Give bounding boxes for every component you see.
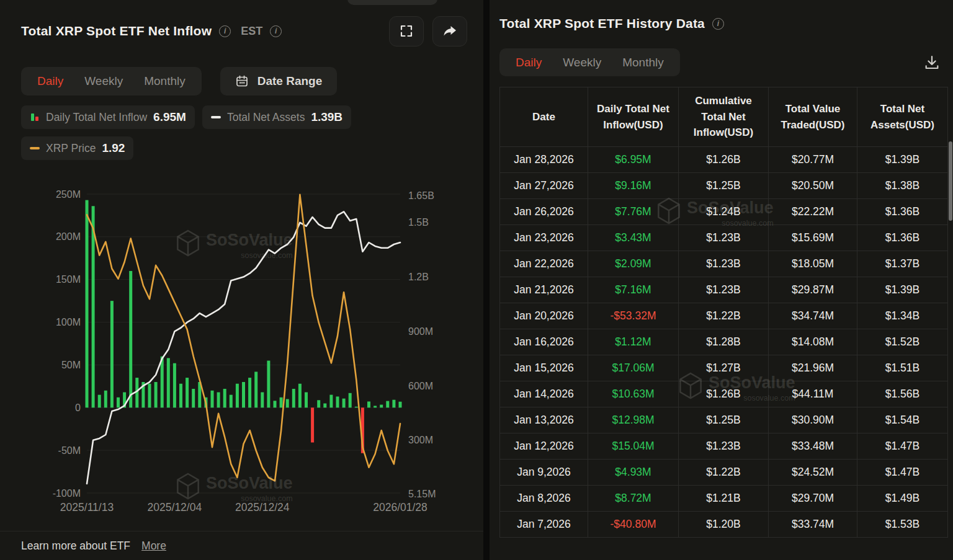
inflow-bar bbox=[173, 363, 176, 408]
cell-date: Jan 7,2026 bbox=[500, 512, 588, 538]
scrollbar-thumb[interactable] bbox=[949, 141, 952, 221]
cell-net-assets: $1.36B bbox=[857, 225, 948, 251]
cell-net-assets: $1.39B bbox=[857, 147, 948, 173]
right-axis-tick: 300M bbox=[408, 435, 433, 445]
etf-footer: Learn more about ETF More bbox=[0, 531, 483, 560]
cell-date: Jan 28,2026 bbox=[500, 147, 588, 173]
cell-value-traded: $30.90M bbox=[769, 407, 857, 433]
inflow-bar bbox=[292, 389, 295, 407]
share-icon bbox=[442, 24, 458, 38]
cell-value-traded: $44.11M bbox=[769, 381, 857, 407]
legend-daily-net-inflow[interactable]: Daily Total Net Inflow 6.95M bbox=[21, 105, 195, 129]
cell-net-assets: $1.36B bbox=[857, 199, 948, 225]
cell-value-traded: $33.74M bbox=[769, 512, 857, 538]
inflow-bar bbox=[349, 393, 352, 407]
inflow-bar bbox=[399, 402, 402, 408]
legend-label: Daily Total Net Inflow bbox=[46, 111, 147, 124]
legend-value: 1.92 bbox=[102, 141, 125, 155]
tab-weekly[interactable]: Weekly bbox=[563, 56, 601, 69]
tab-weekly[interactable]: Weekly bbox=[84, 74, 123, 88]
cell-value-traded: $18.05M bbox=[769, 251, 857, 277]
cell-cumulative-inflow: $1.24B bbox=[679, 199, 769, 225]
cell-daily-inflow: -$53.32M bbox=[588, 303, 679, 329]
download-button[interactable] bbox=[921, 51, 943, 74]
est-info-icon[interactable]: i bbox=[270, 25, 282, 37]
footer-text: Learn more about ETF bbox=[21, 540, 130, 553]
cell-net-assets: $1.51B bbox=[857, 355, 948, 381]
tab-monthly[interactable]: Monthly bbox=[144, 74, 186, 88]
cell-value-traded: $20.50M bbox=[769, 173, 857, 199]
offscreen-button-fragment bbox=[347, 0, 437, 5]
legend-total-net-assets[interactable]: Total Net Assets 1.39B bbox=[202, 105, 351, 129]
cell-daily-inflow: $17.06M bbox=[588, 355, 679, 381]
cell-net-assets: $1.54B bbox=[857, 407, 948, 433]
right-axis-tick: 1.5B bbox=[408, 217, 429, 228]
table-row: Jan 13,2026$12.98M$1.25B$30.90M$1.54B bbox=[500, 407, 948, 433]
inflow-bar bbox=[336, 396, 339, 407]
inflow-bar bbox=[367, 401, 370, 407]
inflow-bar bbox=[192, 389, 195, 407]
table-row: Jan 22,2026$2.09M$1.23B$18.05M$1.37B bbox=[500, 251, 948, 277]
legend-label: XRP Price bbox=[46, 142, 96, 155]
legend-value: 1.39B bbox=[311, 110, 342, 124]
left-axis-tick: 150M bbox=[56, 274, 81, 285]
cell-cumulative-inflow: $1.26B bbox=[679, 381, 769, 407]
inflow-bar bbox=[267, 361, 270, 408]
inflow-bar bbox=[154, 382, 158, 407]
cell-cumulative-inflow: $1.20B bbox=[679, 512, 769, 538]
table-row: Jan 20,2026-$53.32M$1.22B$34.74M$1.34B bbox=[500, 303, 948, 329]
share-button[interactable] bbox=[432, 16, 467, 47]
inflow-bar bbox=[161, 357, 164, 408]
history-data-panel: Total XRP Spot ETF History Data i Daily … bbox=[490, 0, 953, 560]
inflow-bar bbox=[274, 401, 277, 407]
table-row: Jan 21,2026$7.16M$1.23B$29.87M$1.39B bbox=[500, 277, 948, 303]
inflow-bar bbox=[148, 384, 151, 408]
right-axis-tick: 600M bbox=[408, 381, 433, 391]
inflow-bar bbox=[86, 200, 89, 408]
right-axis-tick: 1.65B bbox=[408, 190, 434, 201]
inflow-bar bbox=[374, 406, 377, 407]
cell-date: Jan 12,2026 bbox=[500, 433, 588, 460]
left-axis-tick: 0 bbox=[75, 402, 81, 413]
cell-daily-inflow: $10.63M bbox=[588, 381, 679, 407]
tab-daily[interactable]: Daily bbox=[516, 56, 542, 69]
table-header-row: Date Daily Total Net Inflow(USD) Cumulat… bbox=[500, 87, 948, 147]
cell-value-traded: $24.52M bbox=[769, 460, 857, 486]
tab-monthly[interactable]: Monthly bbox=[622, 56, 664, 69]
net-inflow-chart[interactable]: 250M200M150M100M50M0-50M-100M1.65B1.5B1.… bbox=[0, 179, 483, 518]
period-tabs: Daily Weekly Monthly bbox=[21, 67, 202, 96]
fullscreen-button[interactable] bbox=[389, 16, 424, 47]
left-panel-header: Total XRP Spot ETF Net Inflow i EST i bbox=[21, 15, 467, 47]
inflow-bar bbox=[110, 301, 114, 407]
inflow-bar bbox=[186, 378, 189, 407]
tab-daily[interactable]: Daily bbox=[37, 74, 63, 88]
cell-date: Jan 15,2026 bbox=[500, 355, 588, 381]
x-axis-tick: 2025/12/24 bbox=[235, 501, 290, 513]
left-axis-tick: 250M bbox=[56, 189, 81, 200]
history-info-icon[interactable]: i bbox=[712, 18, 724, 30]
history-period-tabs: Daily Weekly Monthly bbox=[499, 48, 680, 76]
date-range-button[interactable]: Date Range bbox=[220, 67, 338, 96]
inflow-bar bbox=[311, 407, 314, 442]
inflow-bar bbox=[242, 382, 245, 407]
x-axis-tick: 2026/01/28 bbox=[373, 501, 427, 513]
cell-net-assets: $1.39B bbox=[857, 277, 948, 303]
inflow-bar bbox=[317, 400, 320, 407]
legend-xrp-price[interactable]: XRP Price 1.92 bbox=[21, 136, 133, 160]
info-icon[interactable]: i bbox=[219, 25, 231, 37]
cell-daily-inflow: $8.72M bbox=[588, 486, 679, 512]
est-label: EST bbox=[241, 25, 262, 38]
cell-net-assets: $1.52B bbox=[857, 329, 948, 355]
cell-value-traded: $22.22M bbox=[769, 199, 857, 225]
cell-cumulative-inflow: $1.23B bbox=[679, 251, 769, 277]
cell-net-assets: $1.47B bbox=[857, 460, 948, 486]
cell-value-traded: $21.96M bbox=[769, 355, 857, 381]
cell-value-traded: $29.87M bbox=[769, 277, 857, 303]
inflow-bar bbox=[223, 389, 226, 407]
cell-date: Jan 20,2026 bbox=[500, 303, 588, 329]
cell-date: Jan 9,2026 bbox=[500, 460, 588, 486]
inflow-bar bbox=[355, 407, 358, 408]
inflow-bar bbox=[254, 371, 257, 407]
cell-value-traded: $15.69M bbox=[769, 225, 857, 251]
footer-more-link[interactable]: More bbox=[141, 540, 166, 553]
